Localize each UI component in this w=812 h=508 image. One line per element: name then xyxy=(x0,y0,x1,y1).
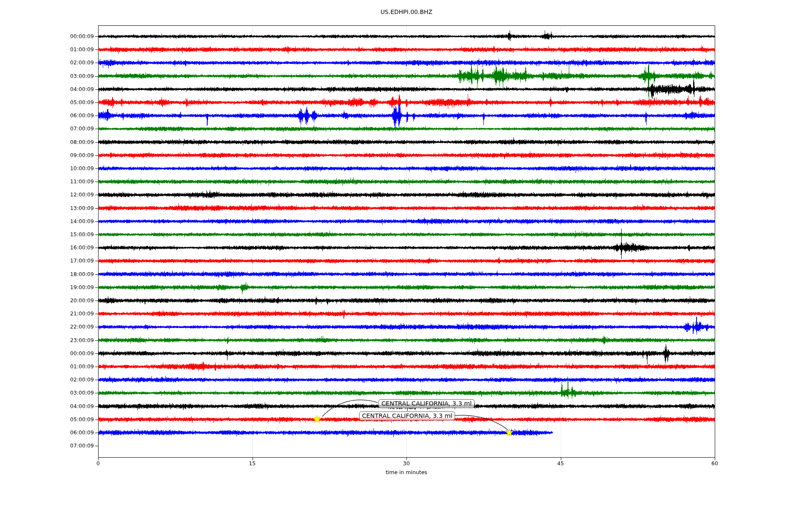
trace-time-label: 04:00:09 xyxy=(0,403,94,409)
x-tick-label: 30 xyxy=(403,460,410,467)
x-tick-label: 15 xyxy=(249,460,256,467)
trace-time-label: 02:00:09 xyxy=(0,377,94,383)
trace-time-label: 03:00:09 xyxy=(0,390,94,396)
x-tick-label: 45 xyxy=(557,460,564,467)
chart-title: US.EDHPI.00.BHZ xyxy=(381,8,433,15)
trace-time-label: 11:00:09 xyxy=(0,179,94,185)
trace-time-label: 00:00:09 xyxy=(0,33,94,39)
trace-time-label: 16:00:09 xyxy=(0,245,94,251)
event-annotation: CENTRAL CALIFORNIA, 3.3 ml xyxy=(359,411,455,420)
x-tick-label: 60 xyxy=(711,460,718,467)
trace-time-label: 04:00:09 xyxy=(0,86,94,92)
trace-time-label: 06:00:09 xyxy=(0,430,94,436)
trace-time-label: 17:00:09 xyxy=(0,258,94,264)
trace-time-label: 03:00:09 xyxy=(0,73,94,79)
x-axis-label: time in minutes xyxy=(386,469,427,475)
trace-time-label: 15:00:09 xyxy=(0,232,94,237)
trace-time-label: 14:00:09 xyxy=(0,218,94,224)
trace-time-label: 06:00:09 xyxy=(0,113,94,119)
trace-time-label: 02:00:09 xyxy=(0,60,94,66)
trace-time-label: 07:00:09 xyxy=(0,126,94,132)
trace-time-label: 05:00:09 xyxy=(0,99,94,105)
trace-time-label: 19:00:09 xyxy=(0,284,94,290)
seismogram-figure: US.EDHPI.00.BHZ time in minutes 00:00:09… xyxy=(0,0,812,508)
event-annotation: CENTRAL CALIFORNIA, 3.3 ml xyxy=(379,399,475,408)
trace-time-label: 10:00:09 xyxy=(0,166,94,171)
trace-time-label: 20:00:09 xyxy=(0,298,94,304)
x-tick-label: 0 xyxy=(96,460,100,467)
trace-time-label: 12:00:09 xyxy=(0,192,94,198)
seismogram-canvas xyxy=(0,0,812,508)
trace-time-label: 05:00:09 xyxy=(0,417,94,422)
trace-time-label: 13:00:09 xyxy=(0,205,94,211)
trace-time-label: 18:00:09 xyxy=(0,271,94,277)
trace-time-label: 22:00:09 xyxy=(0,324,94,330)
trace-time-label: 23:00:09 xyxy=(0,337,94,343)
trace-time-label: 07:00:09 xyxy=(0,443,94,449)
trace-time-label: 09:00:09 xyxy=(0,152,94,158)
trace-time-label: 00:00:09 xyxy=(0,351,94,356)
trace-time-label: 01:00:09 xyxy=(0,47,94,52)
trace-time-label: 01:00:09 xyxy=(0,364,94,370)
trace-time-label: 08:00:09 xyxy=(0,139,94,145)
trace-time-label: 21:00:09 xyxy=(0,311,94,317)
